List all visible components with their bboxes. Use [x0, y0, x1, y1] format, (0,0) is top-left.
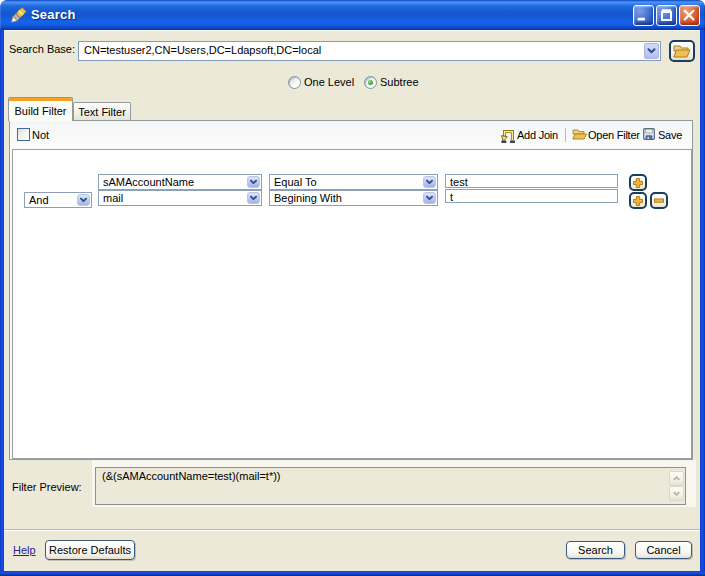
scroll-down-button[interactable]	[669, 486, 684, 501]
add-join-label: Add Join	[517, 129, 558, 141]
search-base-label: Search Base:	[9, 43, 75, 55]
maximize-button[interactable]	[656, 5, 677, 26]
plus-icon	[631, 176, 645, 189]
preview-scrollbar[interactable]	[669, 471, 684, 501]
row1-operator-dropdown-button[interactable]	[423, 176, 436, 188]
window-border-bottom	[0, 571, 705, 576]
row2-add-button[interactable]	[629, 192, 647, 209]
row1-attribute-combobox[interactable]: sAMAccountName	[98, 174, 262, 190]
open-filter-button[interactable]: Open Filter	[572, 128, 648, 144]
maximize-icon	[657, 6, 676, 25]
row2-attribute-value: mail	[103, 192, 123, 204]
open-filter-icon	[572, 128, 587, 142]
row2-operator-dropdown-button[interactable]	[423, 192, 436, 204]
row1-attribute-dropdown-button[interactable]	[247, 176, 260, 188]
scroll-down-icon	[670, 487, 683, 500]
title-bar[interactable]: Search	[0, 0, 705, 30]
row2-attribute-dropdown-button[interactable]	[247, 192, 260, 204]
pencil-icon	[8, 6, 27, 25]
search-button[interactable]: Search	[566, 541, 625, 559]
minimize-icon	[634, 6, 653, 25]
row1-operator-combobox[interactable]: Equal To	[269, 174, 438, 190]
search-base-combobox[interactable]: CN=testuser2,CN=Users,DC=Ldapsoft,DC=loc…	[78, 41, 661, 61]
toolbar-separator	[565, 128, 566, 142]
row2-value-text: t	[450, 191, 453, 203]
tab-text-filter[interactable]: Text Filter	[73, 102, 131, 121]
row2-attribute-combobox[interactable]: mail	[98, 190, 262, 206]
row2-operator-combobox[interactable]: Begining With	[269, 190, 438, 206]
open-filter-label: Open Filter	[588, 129, 640, 141]
search-base-dropdown-button[interactable]	[644, 43, 659, 59]
subtree-radio[interactable]	[364, 76, 377, 89]
row1-operator-value: Equal To	[274, 176, 317, 188]
build-filter-panel: Not Add Join Open Filter Save And sAMAcc…	[9, 120, 693, 460]
row1-add-button[interactable]	[629, 174, 647, 191]
chevron-down-icon	[645, 44, 658, 58]
row2-operator-value: Begining With	[274, 192, 342, 204]
browse-base-button[interactable]	[669, 40, 695, 62]
filter-preview-label: Filter Preview:	[12, 481, 82, 493]
search-dialog: Search Search Base: CN=testuser2,CN=User…	[0, 0, 705, 576]
save-icon	[643, 128, 655, 142]
close-icon	[680, 6, 699, 25]
join-value: And	[29, 194, 49, 206]
row1-attribute-value: sAMAccountName	[103, 176, 194, 188]
footer-separator	[4, 529, 700, 531]
cancel-button[interactable]: Cancel	[635, 541, 692, 559]
add-join-icon	[501, 128, 515, 145]
restore-defaults-button[interactable]: Restore Defaults	[45, 540, 135, 560]
close-button[interactable]	[679, 5, 700, 26]
window-title: Search	[31, 7, 76, 22]
row1-value-field[interactable]: test	[445, 174, 618, 188]
one-level-label: One Level	[304, 76, 354, 88]
save-label: Save	[658, 129, 682, 141]
row1-value-text: test	[450, 176, 468, 188]
help-link[interactable]: Help	[13, 544, 36, 556]
save-button[interactable]: Save	[643, 128, 689, 144]
search-base-value: CN=testuser2,CN=Users,DC=Ldapsoft,DC=loc…	[84, 44, 321, 56]
scroll-up-button[interactable]	[669, 471, 684, 486]
one-level-radio[interactable]	[288, 76, 301, 89]
dialog-body: Search Base: CN=testuser2,CN=Users,DC=Ld…	[4, 30, 700, 571]
scroll-up-icon	[670, 472, 683, 485]
window-border-right	[700, 30, 705, 576]
subtree-label: Subtree	[380, 76, 419, 88]
open-folder-icon	[671, 42, 693, 60]
tab-build-filter[interactable]: Build Filter	[8, 97, 73, 121]
join-dropdown-button[interactable]	[77, 194, 90, 206]
minus-icon	[652, 194, 666, 207]
filter-preview-value: (&(sAMAccountName=test)(mail=t*))	[102, 470, 281, 482]
filter-toolbar: Add Join Open Filter Save	[10, 121, 692, 149]
row2-value-field[interactable]: t	[445, 189, 618, 203]
filter-preview-textarea[interactable]: (&(sAMAccountName=test)(mail=t*))	[95, 467, 686, 505]
filter-rows-panel: And sAMAccountName Equal To test	[12, 149, 692, 459]
minimize-button[interactable]	[633, 5, 654, 26]
row2-remove-button[interactable]	[650, 192, 668, 209]
plus-icon	[631, 194, 645, 207]
join-combobox[interactable]: And	[24, 192, 92, 208]
add-join-button[interactable]: Add Join	[501, 128, 571, 144]
